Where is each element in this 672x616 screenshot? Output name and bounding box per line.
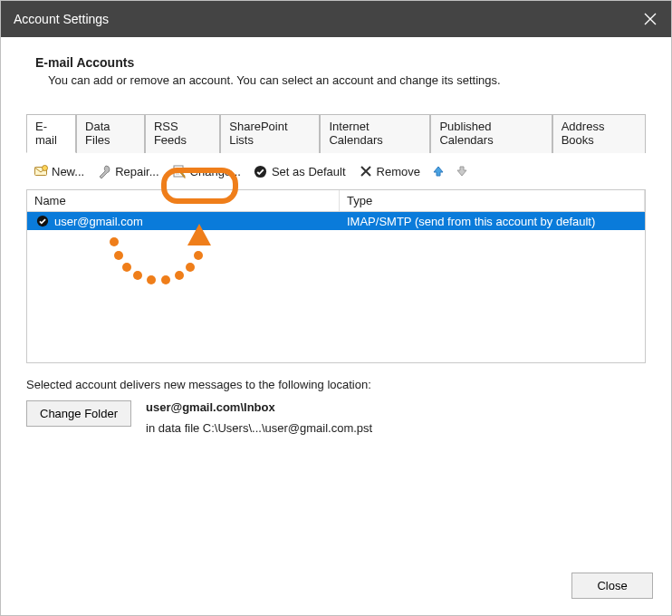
move-down-button[interactable] bbox=[453, 162, 471, 180]
delivery-location: user@gmail.com\Inbox bbox=[146, 400, 372, 414]
tab-published-calendars[interactable]: Published Calendars bbox=[430, 114, 552, 153]
remove-button-label: Remove bbox=[377, 165, 420, 178]
content-area: E-mail Accounts You can add or remove an… bbox=[1, 37, 671, 563]
delivery-label: Selected account delivers new messages t… bbox=[26, 378, 646, 391]
repair-icon bbox=[97, 164, 111, 178]
change-folder-button[interactable]: Change Folder bbox=[26, 400, 131, 427]
close-button[interactable]: Close bbox=[571, 573, 653, 599]
window-title: Account Settings bbox=[14, 12, 109, 26]
check-circle-icon bbox=[254, 164, 268, 178]
close-icon[interactable] bbox=[642, 11, 658, 27]
account-type-cell: IMAP/SMTP (send from this account by def… bbox=[340, 214, 645, 229]
account-name-cell: user@gmail.com bbox=[27, 214, 340, 229]
account-name: user@gmail.com bbox=[54, 215, 143, 228]
change-icon bbox=[172, 164, 187, 178]
tab-email[interactable]: E-mail bbox=[26, 114, 76, 153]
tab-rss-feeds[interactable]: RSS Feeds bbox=[145, 114, 220, 153]
new-button-label: New... bbox=[52, 165, 84, 178]
tab-address-books[interactable]: Address Books bbox=[552, 114, 646, 153]
check-circle-icon bbox=[36, 215, 49, 227]
arrow-down-icon bbox=[455, 164, 469, 178]
account-settings-window: Account Settings E-mail Accounts You can… bbox=[0, 0, 672, 616]
delivery-data-file: in data file C:\Users\...\user@gmail.com… bbox=[146, 421, 372, 435]
titlebar: Account Settings bbox=[1, 1, 671, 37]
tab-bar: E-mail Data Files RSS Feeds SharePoint L… bbox=[26, 114, 646, 153]
new-mail-icon bbox=[34, 164, 48, 178]
toolbar: New... Repair... Change... Set as Defaul… bbox=[26, 153, 646, 189]
remove-x-icon bbox=[359, 164, 373, 178]
move-up-button[interactable] bbox=[429, 162, 447, 180]
column-header-type[interactable]: Type bbox=[340, 190, 645, 211]
account-type: IMAP/SMTP (send from this account by def… bbox=[347, 215, 595, 228]
set-default-button-label: Set as Default bbox=[272, 165, 346, 178]
section-title: E-mail Accounts bbox=[35, 55, 646, 70]
delivery-section: Selected account delivers new messages t… bbox=[26, 378, 646, 435]
tab-internet-calendars[interactable]: Internet Calendars bbox=[320, 114, 430, 153]
arrow-up-icon bbox=[431, 164, 446, 178]
set-default-button[interactable]: Set as Default bbox=[250, 162, 350, 180]
section-description: You can add or remove an account. You ca… bbox=[48, 73, 646, 87]
repair-button-label: Repair... bbox=[115, 165, 158, 178]
tab-data-files[interactable]: Data Files bbox=[76, 114, 145, 153]
delivery-details: user@gmail.com\Inbox in data file C:\Use… bbox=[146, 400, 372, 435]
account-list: Name Type user@gmail.com IMAP/SMTP (send… bbox=[26, 189, 646, 363]
remove-button[interactable]: Remove bbox=[355, 162, 424, 180]
table-row[interactable]: user@gmail.com IMAP/SMTP (send from this… bbox=[27, 212, 645, 230]
svg-point-1 bbox=[43, 166, 48, 171]
tab-sharepoint-lists[interactable]: SharePoint Lists bbox=[220, 114, 320, 153]
column-header-name[interactable]: Name bbox=[27, 190, 340, 211]
change-button[interactable]: Change... bbox=[168, 162, 245, 180]
repair-button[interactable]: Repair... bbox=[93, 162, 162, 180]
account-list-header: Name Type bbox=[27, 190, 645, 212]
change-button-label: Change... bbox=[190, 165, 241, 178]
new-button[interactable]: New... bbox=[30, 162, 88, 180]
dialog-footer: Close bbox=[1, 563, 671, 615]
